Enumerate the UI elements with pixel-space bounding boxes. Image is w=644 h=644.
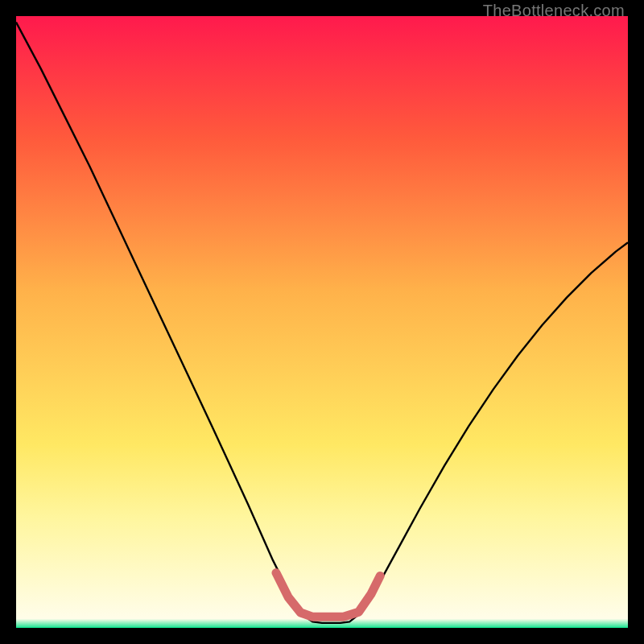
chart-plot-area: [16, 16, 628, 628]
chart-frame: TheBottleneck.com: [0, 0, 644, 644]
watermark-text: TheBottleneck.com: [483, 2, 625, 20]
bottleneck-chart: [16, 16, 628, 628]
gradient-background: [16, 16, 628, 628]
